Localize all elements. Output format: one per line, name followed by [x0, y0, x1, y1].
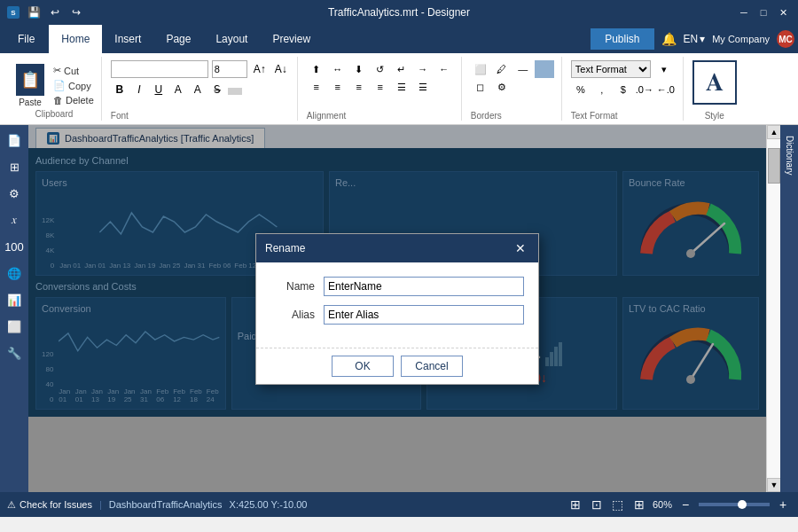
- modal-title-bar: Rename ✕: [256, 234, 538, 262]
- bold-button[interactable]: B: [111, 81, 129, 98]
- lang-dropdown-icon: ▾: [700, 33, 705, 45]
- percent-button[interactable]: %: [571, 81, 591, 98]
- events-button[interactable]: 📊: [3, 288, 26, 311]
- preview-menu-tab[interactable]: Preview: [260, 25, 323, 53]
- border-color-button[interactable]: 🖊: [492, 60, 512, 78]
- indent-button[interactable]: →: [413, 60, 433, 78]
- file-menu-tab[interactable]: File: [4, 25, 49, 53]
- zoom-slider[interactable]: [699, 503, 770, 506]
- outdent-button[interactable]: ←: [434, 60, 454, 78]
- align-center-button[interactable]: ≡: [328, 78, 348, 96]
- cut-button[interactable]: ✂ Cut: [50, 64, 98, 77]
- insert-menu-tab[interactable]: Insert: [102, 25, 153, 53]
- scroll-down-button[interactable]: ▼: [767, 478, 781, 492]
- strikethrough-button[interactable]: S̶: [208, 81, 226, 98]
- app-title: TrafficAnalytics.mrt - Designer: [328, 6, 470, 19]
- redo-button[interactable]: ↪: [67, 4, 85, 21]
- comma-button[interactable]: ,: [592, 81, 612, 98]
- maximize-button[interactable]: □: [755, 4, 771, 20]
- shadow-color-button[interactable]: ⚙: [492, 78, 512, 96]
- modal-footer: OK Cancel: [256, 348, 538, 384]
- zoom-slider-thumb[interactable]: [738, 500, 747, 509]
- fit-button[interactable]: ⊡: [589, 497, 605, 512]
- align-bottom-button[interactable]: ⬇: [349, 60, 369, 78]
- minimize-button[interactable]: ─: [736, 4, 752, 20]
- pages-button[interactable]: 📄: [3, 129, 26, 152]
- paste-icon: 📋: [16, 64, 44, 96]
- ok-button[interactable]: OK: [332, 356, 394, 377]
- quick-access: 💾 ↩ ↪: [25, 4, 85, 21]
- align-top-button[interactable]: ⬆: [307, 60, 326, 78]
- align-middle-button[interactable]: ↔: [328, 60, 348, 78]
- language-button[interactable]: EN ▾: [684, 33, 706, 45]
- shrink-font-button[interactable]: A↓: [272, 60, 290, 78]
- save-button[interactable]: 💾: [25, 4, 43, 21]
- properties-button[interactable]: ⚙: [3, 182, 26, 205]
- list-button[interactable]: ☰: [392, 78, 411, 96]
- border-left-button[interactable]: ⬜: [471, 60, 490, 78]
- font-row2: B I U A A S̶: [111, 81, 290, 98]
- text-format-select[interactable]: Text Format: [571, 60, 651, 78]
- rotate-button[interactable]: ↺: [371, 60, 390, 78]
- right-panel: Dictionary: [780, 125, 798, 492]
- export-button[interactable]: ⬚: [610, 497, 626, 512]
- style-button[interactable]: 𝐀: [692, 60, 737, 105]
- bookmarks-button[interactable]: 🌐: [3, 262, 26, 285]
- number-list-button[interactable]: ☰: [413, 78, 433, 96]
- alias-input[interactable]: [324, 305, 524, 325]
- close-button[interactable]: ✕: [775, 4, 791, 20]
- tools-button[interactable]: 🔧: [3, 341, 26, 364]
- notification-icon[interactable]: 🔔: [661, 32, 677, 46]
- layout-menu-tab[interactable]: Layout: [203, 25, 260, 53]
- left-panel: 📄 ⊞ ⚙ 𝑥 100 🌐 📊 ⬜ 🔧: [0, 125, 28, 492]
- currency-button[interactable]: $: [614, 81, 633, 98]
- font-size-input[interactable]: [212, 60, 247, 78]
- text-format-dropdown[interactable]: ▾: [654, 60, 674, 78]
- align-left-button[interactable]: ≡: [307, 78, 326, 96]
- decrease-decimal-button[interactable]: ←.0: [656, 81, 676, 98]
- grow-font-button[interactable]: A↑: [251, 60, 269, 78]
- home-menu-tab[interactable]: Home: [49, 25, 102, 53]
- resources-button[interactable]: 100: [3, 235, 26, 258]
- scroll-track[interactable]: [767, 139, 780, 478]
- border-style-button[interactable]: —: [513, 60, 533, 78]
- borders-row: ⬜ 🖊 —: [471, 60, 554, 78]
- variables-button[interactable]: 𝑥: [3, 208, 26, 231]
- scroll-thumb[interactable]: [768, 148, 780, 184]
- layers-button[interactable]: ⬜: [3, 315, 26, 338]
- zoom-in-button[interactable]: +: [775, 497, 791, 512]
- check-issues-button[interactable]: ⚠ Check for Issues: [7, 499, 92, 511]
- copy-button[interactable]: 📄 Copy: [50, 79, 98, 92]
- grid-button[interactable]: ⊞: [631, 497, 647, 512]
- status-bar: ⚠ Check for Issues | DashboardTrafficAna…: [0, 492, 798, 517]
- company-badge[interactable]: MC: [777, 30, 794, 48]
- color-swatch-button[interactable]: [228, 88, 242, 95]
- increase-decimal-button[interactable]: .0→: [635, 81, 654, 98]
- dictionary-label[interactable]: Dictionary: [785, 136, 794, 175]
- shadow-button[interactable]: ◻: [471, 78, 490, 96]
- italic-button[interactable]: I: [130, 81, 148, 98]
- vertical-scrollbar[interactable]: ▲ ▼: [766, 125, 780, 492]
- undo-button[interactable]: ↩: [46, 4, 64, 21]
- name-row: Name: [270, 277, 524, 296]
- alignment-row2: ≡ ≡ ≡ ≡ ☰ ☰: [307, 78, 454, 96]
- scroll-up-button[interactable]: ▲: [767, 125, 781, 139]
- cancel-button[interactable]: Cancel: [401, 356, 463, 377]
- modal-close-button[interactable]: ✕: [512, 239, 529, 257]
- page-menu-tab[interactable]: Page: [153, 25, 203, 53]
- delete-button[interactable]: 🗑 Delete: [50, 94, 98, 106]
- highlight-button[interactable]: A: [189, 81, 207, 98]
- name-input[interactable]: [324, 277, 524, 296]
- components-button[interactable]: ⊞: [3, 155, 26, 178]
- modal-title: Rename: [265, 242, 305, 254]
- fill-button[interactable]: [535, 60, 554, 78]
- zoom-out-button[interactable]: −: [677, 497, 693, 512]
- align-right-button[interactable]: ≡: [349, 78, 369, 96]
- wrap-button[interactable]: ↵: [392, 60, 411, 78]
- font-color-button[interactable]: A: [169, 81, 187, 98]
- justify-button[interactable]: ≡: [371, 78, 390, 96]
- underline-button[interactable]: U: [150, 81, 168, 98]
- alignment-group-label: Alignment: [307, 111, 454, 121]
- font-family-input[interactable]: [111, 60, 208, 78]
- publish-button[interactable]: Publish: [591, 28, 653, 50]
